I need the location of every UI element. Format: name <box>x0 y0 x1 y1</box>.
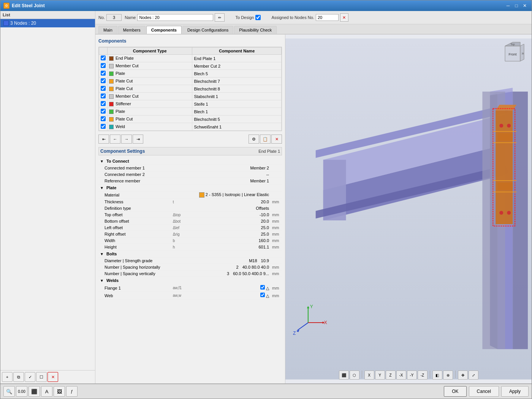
name-input[interactable] <box>137 14 213 21</box>
assigned-clear-button[interactable]: ✕ <box>340 13 348 22</box>
tab-plausibility[interactable]: Plausibility Check <box>234 26 277 34</box>
settings-row: Reference member Member 1 <box>98 178 282 184</box>
row-checkbox[interactable] <box>101 109 106 114</box>
settings-scroll[interactable]: ▼ To Connect Connected member 1 Member 2… <box>98 158 282 299</box>
group-label[interactable]: ▼ Bolts <box>98 250 282 258</box>
settings-header: Component Settings End Plate 1 <box>98 147 282 155</box>
row-checkbox[interactable] <box>101 63 106 68</box>
image-button[interactable]: 🖼 <box>54 386 65 397</box>
tab-main[interactable]: Main <box>98 26 117 34</box>
row-label: Left offset <box>98 225 171 231</box>
vp-nz-button[interactable]: -Z <box>418 370 428 380</box>
weld-checkbox[interactable] <box>260 293 265 297</box>
vp-x-button[interactable]: X <box>364 370 374 380</box>
fill-button[interactable]: ⬛ <box>28 386 40 397</box>
assigned-label: Assigned to Nodes No. <box>271 15 314 20</box>
close-button[interactable]: ✕ <box>521 2 529 9</box>
row-checkbox[interactable] <box>101 86 106 91</box>
ok-button[interactable]: OK <box>444 386 466 397</box>
vp-fit-button[interactable]: ⤢ <box>469 370 478 380</box>
type-color-swatch <box>109 125 114 129</box>
vp-nx-button[interactable]: -X <box>396 370 406 380</box>
tab-components[interactable]: Components <box>146 26 182 34</box>
maximize-button[interactable]: □ <box>513 2 520 9</box>
collapse-icon[interactable]: ▼ <box>100 252 104 256</box>
row-checkbox[interactable] <box>101 78 106 83</box>
tab-members[interactable]: Members <box>118 26 146 34</box>
minimize-button[interactable]: ─ <box>504 2 512 9</box>
vp-zoom-button[interactable]: ⊕ <box>443 370 453 380</box>
table-row[interactable]: Weld Schweißnaht 1 <box>99 123 282 131</box>
vp-wireframe-button[interactable]: ⬡ <box>350 370 359 380</box>
row-label: Diameter | Strength grade <box>98 258 171 264</box>
table-row[interactable]: Plate Blech 5 <box>99 70 282 78</box>
table-row[interactable]: Plate Cut Blechschnitt 8 <box>99 85 282 93</box>
text-button[interactable]: A <box>41 386 52 397</box>
row-checkbox[interactable] <box>101 55 106 60</box>
sym-cell <box>171 165 187 171</box>
tree-item[interactable]: 3 Nodes : 20 <box>0 19 95 27</box>
row-checkbox[interactable] <box>101 71 106 76</box>
table-row[interactable]: Plate Cut Blechschnitt 7 <box>99 78 282 85</box>
row-value: △ <box>187 284 271 292</box>
name-cell: Stabschnitt 1 <box>192 93 282 100</box>
row-checkbox[interactable] <box>101 93 106 98</box>
collapse-icon[interactable]: ▼ <box>100 186 104 190</box>
table-row[interactable]: Plate Cut Blechschnitt 5 <box>99 116 282 123</box>
vp-render-button[interactable]: ⬛ <box>339 370 349 380</box>
copy-button[interactable]: ⧉ <box>13 372 24 382</box>
vp-y-button[interactable]: Y <box>375 370 385 380</box>
row-value: 160.0 <box>187 238 271 244</box>
col2-val: 40.0 80.0 40.0 <box>242 265 269 269</box>
zero-button[interactable]: 0.00 <box>16 386 27 397</box>
dialog-buttons: OK Cancel Apply <box>444 386 529 397</box>
vp-ny-button[interactable]: -Y <box>407 370 417 380</box>
row-checkbox[interactable] <box>101 116 106 121</box>
table-row[interactable]: Plate Blech 1 <box>99 108 282 116</box>
func-button[interactable]: ƒ <box>66 386 78 397</box>
tab-design[interactable]: Design Configurations <box>182 26 233 34</box>
row-label: Definition type <box>98 205 171 212</box>
sym-cell <box>171 258 187 264</box>
table-row[interactable]: Stiffener Steife 1 <box>99 100 282 108</box>
move-first-button[interactable]: ⇤ <box>98 135 109 144</box>
group-label[interactable]: ▼ Plate <box>98 184 282 192</box>
group-label[interactable]: ▼ Welds <box>98 277 282 284</box>
row-checkbox[interactable] <box>101 124 106 129</box>
row-checkbox[interactable] <box>101 101 106 106</box>
settings-row: Width b 160.0 mm <box>98 238 282 244</box>
cube-navigator[interactable]: Front Top R <box>497 38 528 69</box>
name-edit-button[interactable]: ✏ <box>215 13 225 22</box>
collapse-icon[interactable]: ▼ <box>100 159 104 163</box>
add-button[interactable]: + <box>2 372 13 382</box>
table-row[interactable]: End Plate End Plate 1 <box>99 55 282 62</box>
assigned-input[interactable] <box>316 14 339 21</box>
apply-button[interactable]: Apply <box>501 386 529 397</box>
no-input[interactable] <box>106 14 122 21</box>
uncheck-button[interactable]: ☐ <box>36 372 47 382</box>
move-last-button[interactable]: ⇥ <box>133 135 143 144</box>
weld-checkbox[interactable] <box>260 285 265 290</box>
search-button[interactable]: 🔍 <box>3 386 15 397</box>
delete-comp-button[interactable]: ✕ <box>271 135 282 144</box>
type-label: Stiffener <box>116 101 131 106</box>
copy-comp-button[interactable]: 📋 <box>260 135 271 144</box>
check-button[interactable]: ✓ <box>25 372 35 382</box>
vp-z-button[interactable]: Z <box>386 370 396 380</box>
delete-left-button[interactable]: ✕ <box>48 372 58 382</box>
settings-button[interactable]: ⚙ <box>249 135 259 144</box>
table-scroll[interactable]: Component Type Component Name End Plate … <box>99 47 282 131</box>
table-row[interactable]: Member Cut Stabschnitt 1 <box>99 93 282 100</box>
cancel-button[interactable]: Cancel <box>469 386 499 397</box>
move-next-button[interactable]: → <box>121 135 132 144</box>
row-unit <box>271 165 282 171</box>
table-toolbar: ⇤ ← → ⇥ ⚙ 📋 ✕ <box>98 133 282 145</box>
vp-view-button[interactable]: ◧ <box>432 370 442 380</box>
vp-pan-button[interactable]: ✥ <box>458 370 468 380</box>
move-prev-button[interactable]: ← <box>110 135 120 144</box>
collapse-icon[interactable]: ▼ <box>100 279 104 283</box>
table-row[interactable]: Member Cut Member Cut 2 <box>99 62 282 70</box>
group-label[interactable]: ▼ To Connect <box>98 158 282 165</box>
vp-sep-1 <box>362 370 362 378</box>
to-design-checkbox[interactable] <box>255 15 261 20</box>
